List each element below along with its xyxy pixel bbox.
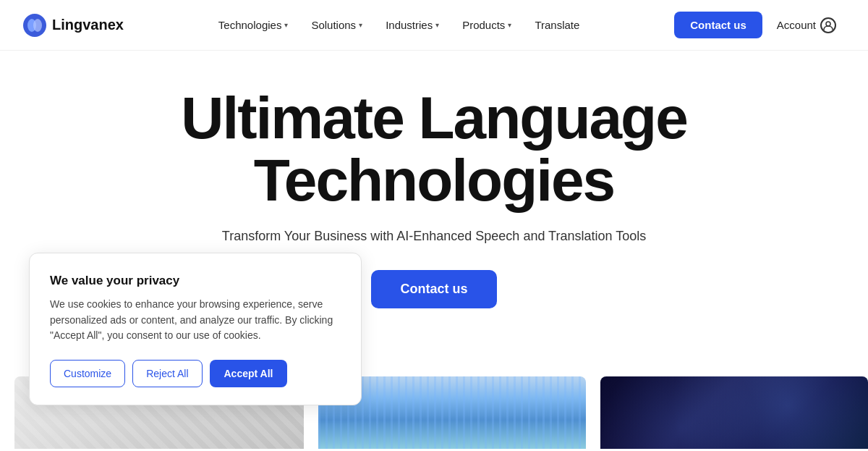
navbar: Lingvanex Technologies ▾ Solutions ▾ Ind…: [0, 0, 868, 51]
nav-item-technologies[interactable]: Technologies ▾: [208, 13, 299, 37]
cookie-banner: We value your privacy We use cookies to …: [29, 253, 362, 405]
logo-icon: [23, 14, 46, 37]
nav-contact-button[interactable]: Contact us: [674, 12, 762, 38]
hero-subtitle: Transform Your Business with AI-Enhanced…: [222, 229, 646, 244]
account-icon: [820, 17, 836, 33]
chevron-down-icon: ▾: [284, 21, 288, 29]
nav-account[interactable]: Account: [768, 12, 845, 39]
nav-item-products[interactable]: Products ▾: [452, 13, 522, 37]
chevron-down-icon: ▾: [359, 21, 362, 29]
hero-section: Ultimate Language Technologies Transform…: [0, 51, 868, 449]
chevron-down-icon: ▾: [508, 21, 511, 29]
nav-links: Technologies ▾ Solutions ▾ Industries ▾ …: [208, 13, 590, 37]
nav-right: Contact us Account: [674, 12, 845, 39]
svg-point-3: [826, 22, 830, 26]
hero-title: Ultimate Language Technologies: [181, 87, 687, 211]
logo-text: Lingvanex: [52, 17, 124, 33]
nav-item-solutions[interactable]: Solutions ▾: [301, 13, 373, 37]
hero-image-right: [600, 376, 868, 449]
cookie-title: We value your privacy: [50, 274, 341, 288]
nav-item-translate[interactable]: Translate: [524, 13, 590, 37]
cookie-customize-button[interactable]: Customize: [50, 360, 125, 387]
cookie-buttons: Customize Reject All Accept All: [50, 360, 341, 387]
svg-point-2: [33, 19, 42, 32]
chevron-down-icon: ▾: [435, 21, 439, 29]
cookie-reject-button[interactable]: Reject All: [132, 360, 202, 387]
cookie-accept-button[interactable]: Accept All: [210, 360, 288, 387]
cookie-text: We use cookies to enhance your browsing …: [50, 297, 341, 344]
hero-contact-button[interactable]: Contact us: [371, 270, 496, 308]
logo-link[interactable]: Lingvanex: [23, 14, 124, 37]
nav-item-industries[interactable]: Industries ▾: [375, 13, 449, 37]
